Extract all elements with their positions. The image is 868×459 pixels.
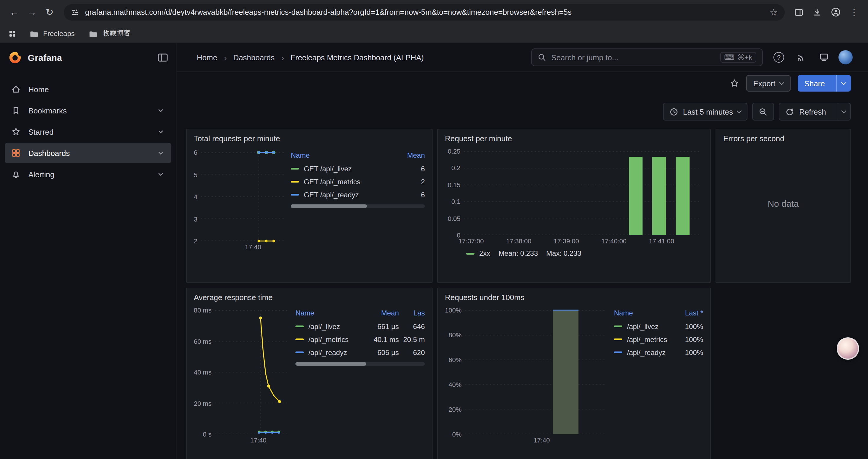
sidebar-item-dashboards[interactable]: Dashboards xyxy=(5,143,172,163)
bookmark-folder-blogs[interactable]: 收藏博客 xyxy=(89,28,131,38)
breadcrumb-separator: › xyxy=(224,53,226,62)
reload-button[interactable]: ↻ xyxy=(41,4,58,21)
panel-title[interactable]: Request per minute xyxy=(445,134,703,143)
back-button[interactable]: ← xyxy=(6,4,23,21)
favorite-star-icon[interactable] xyxy=(730,78,739,88)
legend-max: Max: 0.233 xyxy=(546,249,582,258)
legend-col-last[interactable]: Last * xyxy=(673,308,703,320)
display-icon[interactable] xyxy=(816,50,831,65)
search-box[interactable]: ⌨ ⌘+k xyxy=(531,48,763,66)
chevron-down-icon[interactable] xyxy=(157,128,165,136)
keyboard-icon: ⌨ xyxy=(724,53,735,61)
legend-col-mean[interactable]: Mean xyxy=(398,150,425,162)
panel-title[interactable]: Requests under 100ms xyxy=(445,293,703,302)
breadcrumb-home[interactable]: Home xyxy=(197,53,217,62)
profile-icon[interactable] xyxy=(831,7,841,17)
apps-grid-icon[interactable] xyxy=(9,30,16,36)
chevron-down-icon[interactable] xyxy=(157,106,165,114)
folder-icon xyxy=(30,29,38,37)
search-shortcut: ⌨ ⌘+k xyxy=(720,52,756,63)
sidebar-item-label: Bookmarks xyxy=(28,106,67,115)
help-icon[interactable]: ? xyxy=(771,50,786,65)
sidebar-item-bookmarks[interactable]: Bookmarks xyxy=(5,100,172,121)
user-avatar[interactable] xyxy=(838,50,852,64)
time-range-picker[interactable]: Last 5 minutes xyxy=(663,103,748,121)
brand-name[interactable]: Grafana xyxy=(28,53,62,63)
share-dropdown[interactable] xyxy=(836,75,851,92)
legend-col-name[interactable]: Name xyxy=(296,308,365,320)
legend-row[interactable]: /api/_livez 100% xyxy=(614,320,703,333)
dashboard-actions: Export Share xyxy=(177,72,868,95)
sidebar-item-alerting[interactable]: Alerting xyxy=(5,164,172,184)
legend-col-mean[interactable]: Mean xyxy=(365,308,399,320)
panel-average-response-time[interactable]: Average response time 80 ms 60 ms 40 ms … xyxy=(186,288,433,459)
sidebar-item-home[interactable]: Home xyxy=(5,79,172,99)
timeseries-chart: 6 5 4 3 2 17:40 xyxy=(194,153,284,251)
zoom-out-icon xyxy=(759,107,768,116)
legend-col-last[interactable]: Las xyxy=(399,308,425,320)
legend-row[interactable]: /api/_livez 661 µs 646 xyxy=(296,320,425,333)
news-rss-icon[interactable] xyxy=(794,50,809,65)
app-header: Home › Dashboards › Freeleaps Metrics Da… xyxy=(177,43,868,72)
sidebar-item-starred[interactable]: Starred xyxy=(5,122,172,142)
panel-request-per-minute[interactable]: Request per minute 0.25 0.2 0.15 0.1 0.0… xyxy=(437,129,711,283)
legend-col-name[interactable]: Name xyxy=(291,150,398,162)
panel-title[interactable]: Errors per second xyxy=(723,134,843,143)
address-bar[interactable]: ☆ xyxy=(64,4,785,21)
grafana-logo[interactable] xyxy=(8,51,22,64)
panel-requests-under-100ms[interactable]: Requests under 100ms 100% 80% 60% 40% 20… xyxy=(437,288,711,459)
clock-icon xyxy=(670,107,678,116)
refresh-icon xyxy=(785,107,795,116)
site-info-icon[interactable] xyxy=(71,8,79,16)
refresh-interval-dropdown[interactable] xyxy=(837,103,850,120)
legend-row[interactable]: GET /api/_metrics 2 xyxy=(291,175,425,189)
zoom-out-button[interactable] xyxy=(752,103,774,121)
url-input[interactable] xyxy=(85,8,764,17)
legend-row[interactable]: /api/_metrics 100% xyxy=(614,333,703,346)
legend-scrollbar[interactable] xyxy=(291,204,425,208)
floating-assistant-avatar[interactable] xyxy=(837,337,859,360)
sidebar-toggle-icon[interactable] xyxy=(158,53,168,62)
panel-title[interactable]: Total requests per minute xyxy=(194,134,425,143)
sidebar-item-label: Starred xyxy=(28,127,54,136)
chevron-down-icon[interactable] xyxy=(157,170,165,178)
plot-area[interactable] xyxy=(464,151,700,235)
grafana-app: Grafana Home xyxy=(0,43,868,459)
legend: Name Last * /api/_livez 100% /a xyxy=(614,308,703,444)
chevron-down-icon[interactable] xyxy=(157,149,165,157)
plot-area[interactable] xyxy=(201,153,284,241)
refresh-button-main[interactable]: Refresh xyxy=(780,103,832,120)
menu-kebab-icon[interactable]: ⋮ xyxy=(850,8,859,17)
share-button-label[interactable]: Share xyxy=(798,75,831,92)
legend-row[interactable]: /api/_readyz 605 µs 620 xyxy=(296,346,425,359)
export-button[interactable]: Export xyxy=(746,75,790,92)
breadcrumb-dashboards[interactable]: Dashboards xyxy=(233,53,275,62)
download-icon[interactable] xyxy=(812,7,822,17)
panel-title[interactable]: Average response time xyxy=(194,293,425,302)
legend-col-name[interactable]: Name xyxy=(614,308,673,320)
legend-row[interactable]: /api/_metrics 40.1 ms 20.5 m xyxy=(296,333,425,346)
folder-icon xyxy=(89,29,98,37)
legend-row[interactable]: GET /api/_livez 6 xyxy=(291,162,425,175)
legend: Name Mean Las /api/_livez 661 µs 646 xyxy=(296,308,425,444)
bookmark-folder-freeleaps[interactable]: Freeleaps xyxy=(30,29,75,37)
legend[interactable]: 2xx Mean: 0.233 Max: 0.233 xyxy=(466,249,703,258)
plot-area[interactable] xyxy=(465,310,607,434)
chevron-down-icon xyxy=(841,108,846,113)
forward-button[interactable]: → xyxy=(24,4,40,21)
search-input[interactable] xyxy=(551,53,715,62)
brand-row: Grafana xyxy=(0,43,176,72)
side-panel-icon[interactable] xyxy=(794,7,804,17)
panel-errors-per-second[interactable]: Errors per second No data xyxy=(716,129,851,283)
legend-row[interactable]: GET /api/_readyz 6 xyxy=(291,189,425,201)
share-button[interactable]: Share xyxy=(798,75,851,92)
breadcrumb: Home › Dashboards › Freeleaps Metrics Da… xyxy=(197,53,424,62)
bookmark-star-icon[interactable]: ☆ xyxy=(770,7,778,18)
legend-row[interactable]: /api/_readyz 100% xyxy=(614,346,703,359)
bookmarks-bar: Freeleaps 收藏博客 xyxy=(0,24,868,43)
refresh-button[interactable]: Refresh xyxy=(779,103,851,121)
panel-total-requests[interactable]: Total requests per minute 6 5 4 3 2 xyxy=(186,129,433,283)
home-icon xyxy=(11,85,21,94)
plot-area[interactable] xyxy=(215,310,288,434)
legend-scrollbar[interactable] xyxy=(296,362,425,366)
